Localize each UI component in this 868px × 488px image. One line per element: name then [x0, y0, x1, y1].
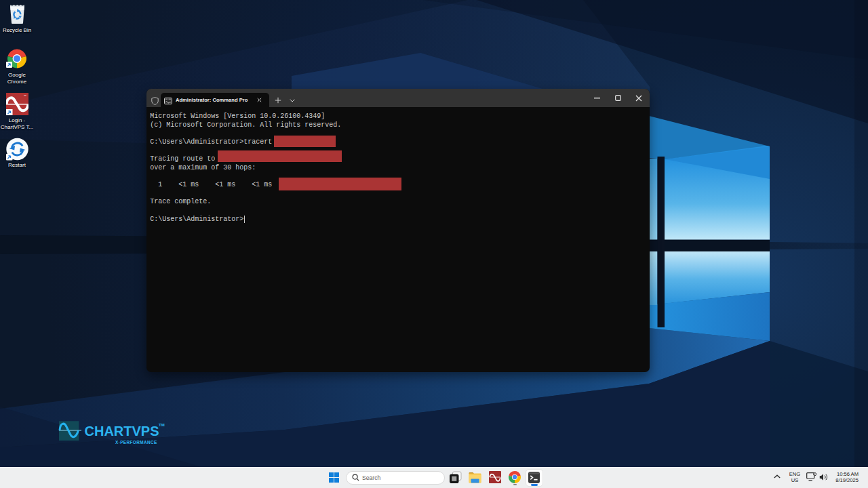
svg-text:™: ™	[24, 94, 26, 98]
svg-text:TM: TM	[159, 423, 165, 427]
svg-text:CHARTVPS: CHARTVPS	[85, 424, 159, 439]
svg-text:X-PERFORMANCE: X-PERFORMANCE	[115, 440, 157, 445]
